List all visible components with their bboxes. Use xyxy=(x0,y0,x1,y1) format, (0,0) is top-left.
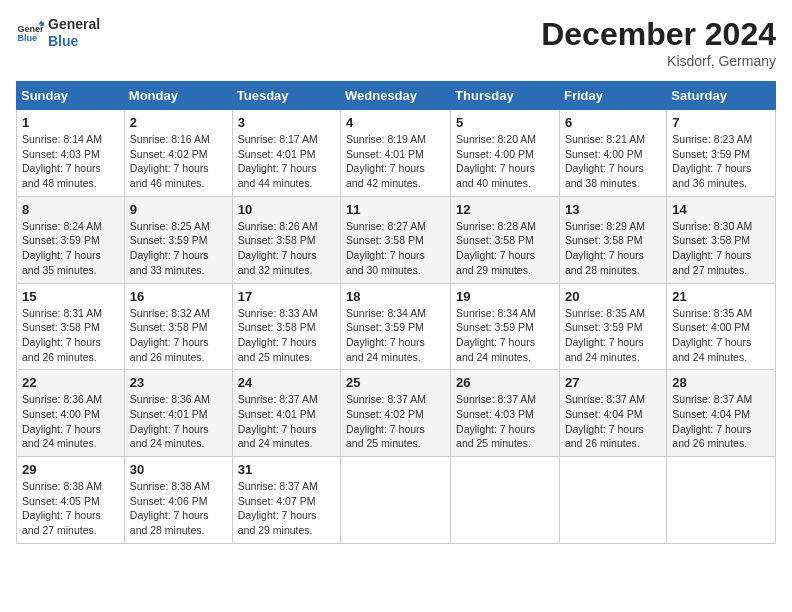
calendar-cell: 8 Sunrise: 8:24 AMSunset: 3:59 PMDayligh… xyxy=(17,196,125,283)
calendar-cell: 2 Sunrise: 8:16 AMSunset: 4:02 PMDayligh… xyxy=(124,110,232,197)
location: Kisdorf, Germany xyxy=(541,53,776,69)
title-area: December 2024 Kisdorf, Germany xyxy=(541,16,776,69)
calendar-cell: 28 Sunrise: 8:37 AMSunset: 4:04 PMDaylig… xyxy=(667,370,776,457)
day-info: Sunrise: 8:36 AMSunset: 4:01 PMDaylight:… xyxy=(130,392,227,451)
header-tuesday: Tuesday xyxy=(232,82,340,110)
day-number: 7 xyxy=(672,115,770,130)
day-info: Sunrise: 8:37 AMSunset: 4:07 PMDaylight:… xyxy=(238,479,335,538)
day-number: 23 xyxy=(130,375,227,390)
calendar-cell: 7 Sunrise: 8:23 AMSunset: 3:59 PMDayligh… xyxy=(667,110,776,197)
logo-blue: Blue xyxy=(48,33,78,49)
header-friday: Friday xyxy=(559,82,666,110)
day-info: Sunrise: 8:23 AMSunset: 3:59 PMDaylight:… xyxy=(672,132,770,191)
calendar-header-row: SundayMondayTuesdayWednesdayThursdayFrid… xyxy=(17,82,776,110)
day-info: Sunrise: 8:37 AMSunset: 4:02 PMDaylight:… xyxy=(346,392,445,451)
day-info: Sunrise: 8:35 AMSunset: 4:00 PMDaylight:… xyxy=(672,306,770,365)
day-number: 26 xyxy=(456,375,554,390)
header-thursday: Thursday xyxy=(451,82,560,110)
day-info: Sunrise: 8:30 AMSunset: 3:58 PMDaylight:… xyxy=(672,219,770,278)
calendar-cell xyxy=(451,457,560,544)
header-saturday: Saturday xyxy=(667,82,776,110)
calendar-cell: 21 Sunrise: 8:35 AMSunset: 4:00 PMDaylig… xyxy=(667,283,776,370)
day-number: 31 xyxy=(238,462,335,477)
day-number: 22 xyxy=(22,375,119,390)
day-number: 18 xyxy=(346,289,445,304)
day-info: Sunrise: 8:36 AMSunset: 4:00 PMDaylight:… xyxy=(22,392,119,451)
day-info: Sunrise: 8:28 AMSunset: 3:58 PMDaylight:… xyxy=(456,219,554,278)
calendar: SundayMondayTuesdayWednesdayThursdayFrid… xyxy=(16,81,776,544)
day-info: Sunrise: 8:37 AMSunset: 4:04 PMDaylight:… xyxy=(565,392,661,451)
day-number: 30 xyxy=(130,462,227,477)
day-number: 16 xyxy=(130,289,227,304)
calendar-cell: 22 Sunrise: 8:36 AMSunset: 4:00 PMDaylig… xyxy=(17,370,125,457)
day-number: 10 xyxy=(238,202,335,217)
day-number: 1 xyxy=(22,115,119,130)
day-info: Sunrise: 8:38 AMSunset: 4:06 PMDaylight:… xyxy=(130,479,227,538)
day-number: 19 xyxy=(456,289,554,304)
calendar-cell: 11 Sunrise: 8:27 AMSunset: 3:58 PMDaylig… xyxy=(341,196,451,283)
day-info: Sunrise: 8:25 AMSunset: 3:59 PMDaylight:… xyxy=(130,219,227,278)
day-number: 15 xyxy=(22,289,119,304)
month-title: December 2024 xyxy=(541,16,776,53)
logo-icon: General Blue xyxy=(16,19,44,47)
day-info: Sunrise: 8:19 AMSunset: 4:01 PMDaylight:… xyxy=(346,132,445,191)
calendar-cell: 13 Sunrise: 8:29 AMSunset: 3:58 PMDaylig… xyxy=(559,196,666,283)
calendar-cell: 5 Sunrise: 8:20 AMSunset: 4:00 PMDayligh… xyxy=(451,110,560,197)
calendar-cell: 17 Sunrise: 8:33 AMSunset: 3:58 PMDaylig… xyxy=(232,283,340,370)
day-number: 24 xyxy=(238,375,335,390)
day-info: Sunrise: 8:16 AMSunset: 4:02 PMDaylight:… xyxy=(130,132,227,191)
day-info: Sunrise: 8:37 AMSunset: 4:03 PMDaylight:… xyxy=(456,392,554,451)
header: General Blue General Blue December 2024 … xyxy=(16,16,776,69)
day-number: 3 xyxy=(238,115,335,130)
day-info: Sunrise: 8:26 AMSunset: 3:58 PMDaylight:… xyxy=(238,219,335,278)
calendar-cell: 12 Sunrise: 8:28 AMSunset: 3:58 PMDaylig… xyxy=(451,196,560,283)
day-info: Sunrise: 8:33 AMSunset: 3:58 PMDaylight:… xyxy=(238,306,335,365)
calendar-cell: 29 Sunrise: 8:38 AMSunset: 4:05 PMDaylig… xyxy=(17,457,125,544)
calendar-cell xyxy=(559,457,666,544)
calendar-cell: 15 Sunrise: 8:31 AMSunset: 3:58 PMDaylig… xyxy=(17,283,125,370)
calendar-week-row: 1 Sunrise: 8:14 AMSunset: 4:03 PMDayligh… xyxy=(17,110,776,197)
logo: General Blue General Blue xyxy=(16,16,100,50)
day-number: 14 xyxy=(672,202,770,217)
day-info: Sunrise: 8:37 AMSunset: 4:01 PMDaylight:… xyxy=(238,392,335,451)
day-info: Sunrise: 8:27 AMSunset: 3:58 PMDaylight:… xyxy=(346,219,445,278)
day-number: 21 xyxy=(672,289,770,304)
day-number: 11 xyxy=(346,202,445,217)
day-number: 17 xyxy=(238,289,335,304)
day-number: 5 xyxy=(456,115,554,130)
calendar-cell: 14 Sunrise: 8:30 AMSunset: 3:58 PMDaylig… xyxy=(667,196,776,283)
calendar-week-row: 8 Sunrise: 8:24 AMSunset: 3:59 PMDayligh… xyxy=(17,196,776,283)
svg-text:General: General xyxy=(17,23,44,33)
calendar-cell: 25 Sunrise: 8:37 AMSunset: 4:02 PMDaylig… xyxy=(341,370,451,457)
logo-general: General xyxy=(48,16,100,32)
calendar-cell: 1 Sunrise: 8:14 AMSunset: 4:03 PMDayligh… xyxy=(17,110,125,197)
day-number: 4 xyxy=(346,115,445,130)
calendar-cell: 18 Sunrise: 8:34 AMSunset: 3:59 PMDaylig… xyxy=(341,283,451,370)
day-number: 20 xyxy=(565,289,661,304)
day-number: 13 xyxy=(565,202,661,217)
day-number: 12 xyxy=(456,202,554,217)
day-number: 25 xyxy=(346,375,445,390)
calendar-cell: 30 Sunrise: 8:38 AMSunset: 4:06 PMDaylig… xyxy=(124,457,232,544)
calendar-cell xyxy=(667,457,776,544)
day-info: Sunrise: 8:14 AMSunset: 4:03 PMDaylight:… xyxy=(22,132,119,191)
calendar-cell: 31 Sunrise: 8:37 AMSunset: 4:07 PMDaylig… xyxy=(232,457,340,544)
day-number: 8 xyxy=(22,202,119,217)
day-number: 9 xyxy=(130,202,227,217)
calendar-cell: 3 Sunrise: 8:17 AMSunset: 4:01 PMDayligh… xyxy=(232,110,340,197)
calendar-cell: 10 Sunrise: 8:26 AMSunset: 3:58 PMDaylig… xyxy=(232,196,340,283)
calendar-cell: 6 Sunrise: 8:21 AMSunset: 4:00 PMDayligh… xyxy=(559,110,666,197)
day-number: 29 xyxy=(22,462,119,477)
calendar-cell: 19 Sunrise: 8:34 AMSunset: 3:59 PMDaylig… xyxy=(451,283,560,370)
day-info: Sunrise: 8:21 AMSunset: 4:00 PMDaylight:… xyxy=(565,132,661,191)
day-info: Sunrise: 8:34 AMSunset: 3:59 PMDaylight:… xyxy=(346,306,445,365)
day-info: Sunrise: 8:37 AMSunset: 4:04 PMDaylight:… xyxy=(672,392,770,451)
day-info: Sunrise: 8:20 AMSunset: 4:00 PMDaylight:… xyxy=(456,132,554,191)
day-number: 2 xyxy=(130,115,227,130)
day-number: 6 xyxy=(565,115,661,130)
calendar-week-row: 15 Sunrise: 8:31 AMSunset: 3:58 PMDaylig… xyxy=(17,283,776,370)
header-sunday: Sunday xyxy=(17,82,125,110)
calendar-cell: 24 Sunrise: 8:37 AMSunset: 4:01 PMDaylig… xyxy=(232,370,340,457)
header-wednesday: Wednesday xyxy=(341,82,451,110)
day-info: Sunrise: 8:34 AMSunset: 3:59 PMDaylight:… xyxy=(456,306,554,365)
